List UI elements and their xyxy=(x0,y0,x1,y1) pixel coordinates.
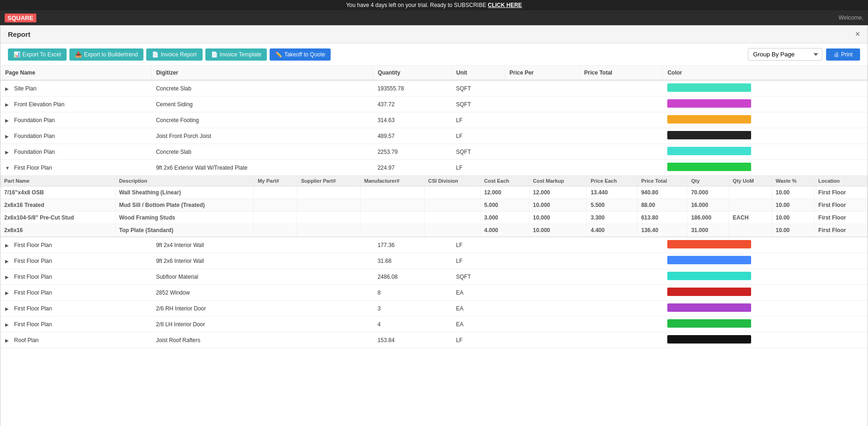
table-row[interactable]: ▶ First Floor Plan 9ft 2x4 Interior Wall… xyxy=(0,237,868,253)
invoice-template-button[interactable]: 📄 Invoice Template xyxy=(205,48,267,61)
sub-table-cell: Wall Sheathing (Linear) xyxy=(115,186,254,199)
table-row[interactable]: ▼ First Floor Plan 9ft 2x6 Exterior Wall… xyxy=(0,160,868,176)
cell-digitizer: 2/8 LH Interior Door xyxy=(151,316,373,332)
expand-icon[interactable]: ▼ xyxy=(5,165,11,171)
expand-icon[interactable]: ▶ xyxy=(5,275,11,280)
col-digitizer: Digitizer xyxy=(151,66,373,80)
buildertrend-icon: 📤 xyxy=(75,51,82,58)
cell-unit: SQFT xyxy=(451,269,504,285)
table-row[interactable]: ▶ Site Plan Concrete Slab 193555.78 SQFT xyxy=(0,80,868,96)
print-button[interactable]: 🖨 Print xyxy=(826,48,860,61)
sub-table-cell: 10.000 xyxy=(529,212,587,224)
cell-page-name: ▶ Foundation Plan xyxy=(0,144,151,160)
cell-quantity: 177.36 xyxy=(373,237,452,253)
expand-icon[interactable]: ▶ xyxy=(5,86,11,92)
table-row[interactable]: ▶ Foundation Plan Concrete Footing 314.6… xyxy=(0,112,868,128)
subscribe-link[interactable]: CLICK HERE xyxy=(488,2,522,8)
cell-price-total xyxy=(579,160,663,176)
cell-price-per xyxy=(504,80,579,96)
table-row[interactable]: ▶ Foundation Plan Joist Front Porch Jois… xyxy=(0,128,868,144)
group-select-wrapper: Group By Page Group By Assembly No Group… xyxy=(748,48,860,61)
sub-table-cell xyxy=(254,186,297,199)
cell-digitizer: Joist Roof Rafters xyxy=(151,332,373,348)
cell-page-name: ▶ First Floor Plan xyxy=(0,237,151,253)
color-swatch xyxy=(667,272,751,280)
window-title: Report xyxy=(8,30,30,38)
table-row[interactable]: ▶ Front Elevation Plan Cement Siding 437… xyxy=(0,96,868,112)
expand-icon[interactable]: ▶ xyxy=(5,322,11,328)
expand-icon[interactable]: ▶ xyxy=(5,290,11,296)
sub-table-cell: 16.000 xyxy=(687,199,729,212)
table-row[interactable]: ▶ First Floor Plan 2852 Window 8 EA xyxy=(0,285,868,301)
cell-price-total xyxy=(579,96,663,112)
cell-color xyxy=(663,112,868,128)
cell-price-total xyxy=(579,128,663,144)
takeoff-to-quote-button[interactable]: ✏️ Takeoff to Quote xyxy=(270,48,331,61)
sub-table-cell: Top Plate (Standard) xyxy=(115,224,254,237)
cell-quantity: 2486.08 xyxy=(373,269,452,285)
cell-page-name: ▶ Site Plan xyxy=(0,80,151,96)
invoice-template-icon: 📄 xyxy=(211,51,218,58)
expand-icon[interactable]: ▶ xyxy=(5,102,11,108)
sub-table-cell xyxy=(297,212,360,224)
cell-digitizer: Concrete Slab xyxy=(151,144,373,160)
color-swatch xyxy=(667,335,751,344)
expand-icon[interactable]: ▶ xyxy=(5,306,11,312)
sub-table-cell xyxy=(360,212,424,224)
sub-table-cell xyxy=(729,186,772,199)
cell-quantity: 31.68 xyxy=(373,253,452,269)
sub-table-cell: 613.80 xyxy=(637,212,687,224)
expand-icon[interactable]: ▶ xyxy=(5,150,11,155)
sub-table-cell xyxy=(424,224,480,237)
sub-table-cell: 136.40 xyxy=(637,224,687,237)
expand-icon[interactable]: ▶ xyxy=(5,118,11,124)
cell-quantity: 437.72 xyxy=(373,96,452,112)
cell-color xyxy=(663,128,868,144)
sub-table-cell: 88.00 xyxy=(637,199,687,212)
table-row[interactable]: ▶ Foundation Plan Concrete Slab 2253.79 … xyxy=(0,144,868,160)
color-swatch xyxy=(667,99,751,108)
group-by-select[interactable]: Group By Page Group By Assembly No Group… xyxy=(748,48,822,61)
sub-col-header: Part Name xyxy=(0,176,115,186)
cell-color xyxy=(663,269,868,285)
sub-table-cell xyxy=(254,224,297,237)
cell-color xyxy=(663,80,868,96)
sub-table-cell: 10.00 xyxy=(772,186,814,199)
table-row[interactable]: ▶ First Floor Plan Subfloor Material 248… xyxy=(0,269,868,285)
export-buildertrend-button[interactable]: 📤 Export to Buildertrend xyxy=(69,48,143,61)
color-swatch xyxy=(667,288,751,296)
sub-col-header: Manufacturer# xyxy=(360,176,424,186)
cell-price-total xyxy=(579,301,663,316)
cell-quantity: 2253.79 xyxy=(373,144,452,160)
sub-table-cell: 12.000 xyxy=(529,186,587,199)
sub-col-header: Description xyxy=(115,176,254,186)
table-row[interactable]: ▶ First Floor Plan 9ft 2x6 Interior Wall… xyxy=(0,253,868,269)
cell-color xyxy=(663,237,868,253)
table-row[interactable]: ▶ First Floor Plan 2/8 LH Interior Door … xyxy=(0,316,868,332)
close-button[interactable]: × xyxy=(855,29,860,39)
expand-icon[interactable]: ▶ xyxy=(5,259,11,264)
color-swatch xyxy=(667,240,751,248)
color-swatch xyxy=(667,115,751,124)
expand-icon[interactable]: ▶ xyxy=(5,243,11,248)
cell-price-total xyxy=(579,285,663,301)
expand-icon[interactable]: ▶ xyxy=(5,134,11,139)
sub-table-cell xyxy=(254,212,297,224)
cell-page-name: ▶ First Floor Plan xyxy=(0,316,151,332)
sub-table-cell xyxy=(729,199,772,212)
table-row[interactable]: ▶ First Floor Plan 2/6 RH Interior Door … xyxy=(0,301,868,316)
cell-price-per xyxy=(504,285,579,301)
export-excel-button[interactable]: 📊 Export To Excel xyxy=(8,48,67,61)
invoice-report-button[interactable]: 📄 Invoice Report xyxy=(146,48,202,61)
cell-digitizer: Concrete Footing xyxy=(151,112,373,128)
sub-table-cell: 940.80 xyxy=(637,186,687,199)
cell-color xyxy=(663,160,868,176)
table-row[interactable]: ▶ Roof Plan Joist Roof Rafters 153.84 LF xyxy=(0,332,868,348)
expand-icon[interactable]: ▶ xyxy=(5,338,11,344)
cell-page-name: ▶ First Floor Plan xyxy=(0,269,151,285)
cell-quantity: 224.97 xyxy=(373,160,452,176)
sub-table-cell xyxy=(297,199,360,212)
cell-page-name: ▶ First Floor Plan xyxy=(0,285,151,301)
cell-price-per xyxy=(504,316,579,332)
cell-quantity: 489.57 xyxy=(373,128,452,144)
